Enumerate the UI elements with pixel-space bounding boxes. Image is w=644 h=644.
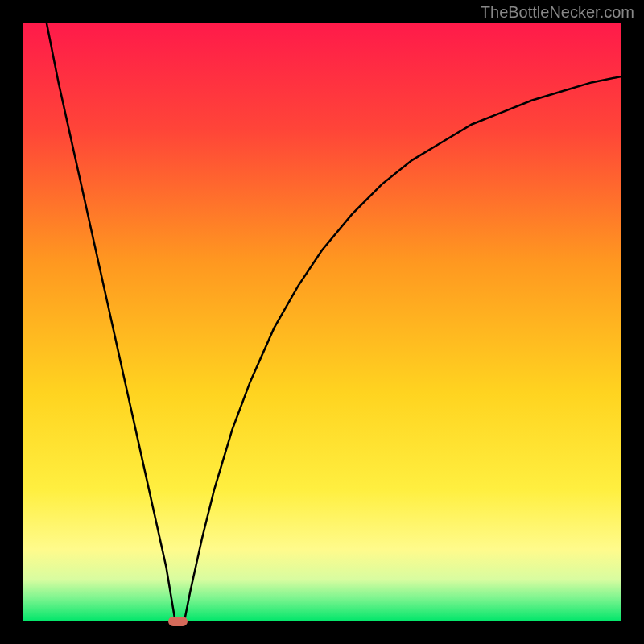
chart-area [23,23,621,621]
watermark-text: TheBottleNecker.com [481,3,634,22]
optimal-point-marker [168,617,188,626]
curve-left-segment [47,23,175,621]
curve-right-segment [184,76,621,621]
bottleneck-curve [23,23,621,621]
